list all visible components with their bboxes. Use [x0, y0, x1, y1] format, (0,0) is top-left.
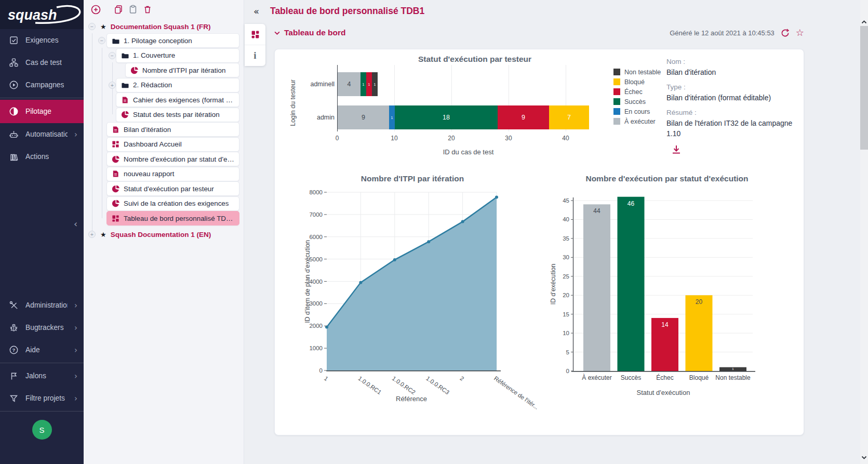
sidebar-item-administration[interactable]: Administration › [0, 294, 84, 316]
tree-item-box[interactable]: 1. Couverture [116, 48, 239, 63]
tree-expander-icon[interactable]: − [109, 52, 116, 59]
tree-item-box[interactable]: Suivi de la création des exigences [106, 196, 239, 211]
scroll-up-icon[interactable] [861, 20, 867, 24]
chart1-x-tick: 10 [386, 135, 402, 142]
tab-information[interactable]: i [245, 45, 265, 66]
tree-item[interactable]: Statut d'exécution par testeur [84, 181, 244, 196]
tree-item[interactable]: Nombre d'exécution par statut d'ex... [84, 152, 244, 166]
chart1-x-tick: 20 [444, 135, 459, 142]
legend-swatch [613, 78, 620, 85]
refresh-button[interactable] [780, 28, 790, 38]
bar-segment-Succès: 1 [360, 72, 366, 96]
svg-text:40: 40 [563, 216, 569, 222]
tree-expander-icon[interactable]: − [88, 23, 96, 30]
favorite-star-icon[interactable]: ☆ [796, 28, 804, 37]
add-button[interactable] [88, 2, 103, 17]
tree-item-box[interactable]: nouveau rapport [106, 167, 239, 181]
tree-item[interactable]: Statut des tests par itération [84, 108, 244, 122]
delete-button[interactable] [140, 2, 155, 17]
sidebar-collapse-icon[interactable]: ‹ [74, 218, 77, 229]
project-tree-panel: −★Documentation Squash 1 (FR)−1. Pilotag… [84, 0, 244, 464]
filter-icon [9, 393, 19, 403]
svg-text:20: 20 [563, 292, 569, 298]
tree-item-box[interactable]: Nombre d'exécution par statut d'ex... [106, 152, 239, 166]
tree-item-label: Suivi de la création des exigences [124, 200, 229, 207]
tab-dashboard[interactable] [245, 24, 265, 45]
tree-root-item[interactable]: −★Documentation Squash 1 (FR) [84, 20, 244, 33]
automation-icon [9, 129, 19, 139]
paste-button[interactable] [126, 2, 140, 17]
sidebar-item-exigences[interactable]: Exigences [0, 29, 84, 51]
tree-root-item[interactable]: +★Squash Documentation 1 (EN) [84, 228, 244, 241]
tree-item[interactable]: Suivi de la création des exigences [84, 196, 244, 211]
vertical-scrollbar[interactable] [860, 0, 868, 464]
tree-item[interactable]: +2. Rédaction [84, 78, 244, 92]
sidebar-item-bugtrackers[interactable]: Bugtrackers › [0, 316, 84, 339]
tree-item[interactable]: −1. Couverture [84, 48, 244, 63]
report-icon [121, 96, 129, 104]
sidebar-item-pilotage[interactable]: Pilotage [0, 100, 84, 123]
svg-text:3000: 3000 [309, 300, 323, 307]
legend-label: Échec [624, 88, 643, 96]
tree-item[interactable]: Cahier des exigences (format PDF) [84, 92, 244, 107]
chart1-bar-2: 911897 [338, 105, 589, 129]
tree-expander-icon[interactable]: + [88, 231, 96, 238]
scroll-down-icon[interactable] [861, 455, 867, 460]
actions-icon [9, 152, 19, 162]
tree-expander-icon[interactable]: − [98, 37, 105, 44]
sidebar-item-cas-de-test[interactable]: Cas de test [0, 51, 84, 74]
chart1-plot-area: 4111911897 [337, 65, 582, 131]
scrollbar-thumb[interactable] [860, 26, 868, 150]
svg-text:25: 25 [563, 273, 569, 280]
tree-item-box[interactable]: Statut des tests par itération [116, 108, 239, 122]
tree-item[interactable]: Dashboard Accueil [84, 137, 244, 152]
tree-item-box[interactable]: Dashboard Accueil [106, 137, 239, 152]
bar-segment-À exécuter: 9 [338, 105, 389, 129]
svg-text:Bloqué: Bloqué [689, 374, 709, 381]
chart-icon [112, 200, 119, 207]
squash-logo[interactable]: squash [0, 0, 84, 29]
dashboard-section-title: Tableau de bord [284, 28, 346, 37]
sidebar-item-campagnes[interactable]: Campagnes [0, 74, 84, 96]
svg-text:45: 45 [563, 197, 569, 204]
sidebar-item-aide[interactable]: ? Aide › [0, 339, 84, 361]
dashboard-icon [112, 215, 119, 222]
dashboard-card: Statut d'exécution par testeur Login du … [274, 49, 804, 435]
copy-button[interactable] [111, 2, 126, 17]
tree-item[interactable]: nouveau rapport [84, 167, 244, 181]
tree-item-box[interactable]: 2. Rédaction [116, 78, 239, 92]
tree-item[interactable]: Tableau de bord personnalisé TDB1 [84, 211, 244, 226]
download-button[interactable] [671, 144, 682, 157]
svg-text:0: 0 [319, 367, 323, 374]
svg-text:4000: 4000 [309, 279, 323, 285]
tree-item[interactable]: Nombre d'ITPI par itération [84, 63, 244, 77]
svg-text:1.0.0.RC1: 1.0.0.RC1 [357, 375, 382, 396]
tree-item[interactable]: −1. Pilotage conception [84, 33, 244, 48]
info-icon: i [253, 50, 256, 61]
chart1-x-axis-label: ID du cas de test [353, 148, 584, 156]
bar-segment-À exécuter: 4 [338, 72, 360, 96]
tree-item-box[interactable]: Bilan d'itération [106, 122, 239, 137]
sidebar-item-actions[interactable]: Actions [0, 145, 84, 168]
tree-item[interactable]: Bilan d'itération [84, 122, 244, 137]
chart1-category-label: adminell [290, 81, 335, 88]
avatar[interactable]: S [32, 420, 52, 440]
sidebar-item-automatisation[interactable]: Automatisation › [0, 123, 84, 145]
tree-expander-icon[interactable]: + [109, 82, 116, 89]
summary-value: Bilan de l'tération IT32 de la campagne … [666, 118, 803, 139]
help-icon: ? [9, 345, 19, 355]
sidebar-item-filtre-projets[interactable]: Filtre projets › [0, 387, 84, 409]
chevron-down-icon[interactable] [274, 30, 280, 36]
tree-item-box[interactable]: Nombre d'ITPI par itération [125, 63, 239, 77]
svg-text:5000: 5000 [309, 256, 323, 262]
report-icon [112, 126, 119, 134]
sidebar-item-jalons[interactable]: Jalons › [0, 365, 84, 387]
legend-label: À exécuter [624, 118, 656, 125]
legend-item: Succès [613, 97, 661, 107]
tree-item-box[interactable]: Cahier des exigences (format PDF) [116, 92, 239, 107]
tree-item-box[interactable]: Statut d'exécution par testeur [106, 181, 239, 196]
tree-item-box[interactable]: 1. Pilotage conception [106, 33, 239, 48]
tree-item-box[interactable]: Tableau de bord personnalisé TDB1 [106, 211, 239, 226]
collapse-tree-icon[interactable]: « [253, 6, 259, 17]
tree-item-label: Statut des tests par itération [133, 111, 220, 118]
